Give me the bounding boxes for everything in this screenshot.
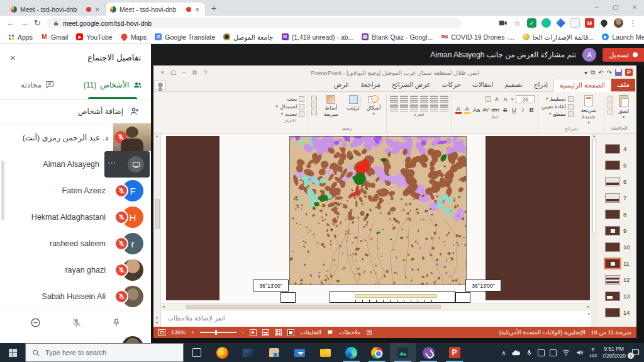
tray-hidden-icons-icon[interactable]: ∧: [501, 349, 506, 356]
bold-button[interactable]: B: [528, 106, 535, 113]
address-bar[interactable]: meet.google.com/tsd-hovi-dnb: [47, 18, 462, 28]
paragraph-tool-icon[interactable]: [410, 96, 418, 103]
taskbar-viber[interactable]: [416, 343, 441, 362]
section-button[interactable]: مقطع▾: [541, 111, 574, 117]
font-size-box[interactable]: 26: [516, 95, 535, 103]
ppt-restore-icon[interactable]: ▢: [168, 69, 179, 76]
ppt-tab-normal[interactable]: عرض: [328, 79, 355, 91]
start-button[interactable]: [0, 343, 25, 362]
slide-sorter-view-button[interactable]: [275, 329, 282, 336]
bookmark-item[interactable]: Maps: [121, 33, 147, 41]
left-vertical-scrollbar[interactable]: ▴ ▴ ▾: [153, 133, 161, 327]
action-center-button[interactable]: 1: [631, 348, 640, 358]
bookmark-item[interactable]: RMCOVID-19 Drones -...: [441, 33, 514, 41]
slide-thumbnail-row[interactable]: 11: [597, 257, 636, 270]
tab-people[interactable]: الأشخاص (11): [75, 71, 151, 99]
underline-button[interactable]: U: [511, 106, 517, 113]
bookmark-item[interactable]: Launch Meeting - Z...: [602, 33, 644, 41]
scrollbar-thumb[interactable]: [155, 199, 160, 229]
notes-pane[interactable]: انقر لإضافة ملاحظات ▾: [161, 310, 591, 327]
browser-menu-icon[interactable]: ⋮: [628, 18, 638, 28]
taskbar-chrome[interactable]: [364, 343, 390, 362]
reload-icon[interactable]: ↻: [34, 18, 41, 28]
ppt-tab-normal[interactable]: مراجعة: [355, 79, 386, 91]
paragraph-tool-icon[interactable]: [410, 105, 418, 111]
hscrollbar-thumb[interactable]: [186, 305, 441, 309]
panel-close-icon[interactable]: ×: [10, 52, 16, 63]
paste-button[interactable]: لصق ▾: [616, 94, 631, 120]
participant-row[interactable]: rayan ghazi: [0, 257, 151, 283]
clear-formatting-icon[interactable]: [486, 96, 491, 102]
taskbar-clock[interactable]: 9:51 PM 7/20/2020: [602, 346, 626, 359]
bookmark-item[interactable]: ▶YouTube: [76, 33, 112, 41]
help-icon[interactable]: ?: [200, 69, 211, 76]
undo-icon[interactable]: ↶: [598, 69, 603, 76]
notes-scroll-icon[interactable]: ▾: [587, 312, 590, 317]
tab-close-icon[interactable]: ×: [194, 6, 201, 13]
reading-view-button[interactable]: [262, 329, 269, 336]
participant-row[interactable]: د. عبد الرحمن رمزي (أنت): [0, 123, 151, 151]
remove-participant-icon[interactable]: [30, 317, 42, 329]
slide-thumbnail-row[interactable]: 13: [597, 290, 636, 303]
paragraph-tool-icon[interactable]: [440, 105, 448, 111]
bookmark-item[interactable]: GGoogle Translate: [155, 33, 215, 41]
maximize-icon[interactable]: ▢: [606, 4, 625, 11]
paragraph-tool-icon[interactable]: [420, 105, 428, 111]
extension-arrow-icon[interactable]: [556, 18, 565, 28]
arrange-button[interactable]: ترتيب: [345, 94, 361, 111]
participant-row[interactable]: ⋯Aiman Alsayegh: [0, 151, 151, 178]
slide-thumbnail-row[interactable]: 5: [597, 159, 636, 172]
taskbar-firefox[interactable]: [209, 343, 235, 362]
slide-thumbnail-row[interactable]: 6: [597, 175, 636, 188]
reset-button[interactable]: إعادة تعيين: [541, 103, 574, 110]
slide-thumbnail-row[interactable]: 8: [597, 208, 636, 221]
taskbar-app-blue[interactable]: [235, 343, 261, 362]
slide-thumbnail-row[interactable]: 9: [597, 224, 636, 237]
grow-font-icon[interactable]: A: [502, 96, 509, 103]
browser-tab[interactable]: Meet - tsd-hovi-dnb×: [6, 3, 106, 16]
taskbar-photos[interactable]: [390, 343, 416, 362]
taskbar-powerpoint[interactable]: P: [441, 343, 467, 362]
tab-capture-icon[interactable]: [498, 18, 508, 28]
copy-icon[interactable]: [608, 103, 613, 108]
paragraph-tool-icon[interactable]: [390, 96, 398, 103]
zoom-out-button[interactable]: -: [242, 329, 244, 336]
shape-fill-icon[interactable]: [311, 96, 317, 101]
zoom-slider[interactable]: [200, 332, 236, 333]
extension-pin-icon[interactable]: [599, 18, 609, 28]
participant-row[interactable]: HHekmat Aldaghastani: [0, 204, 151, 230]
shrink-font-icon[interactable]: A: [494, 96, 500, 102]
strikethrough-button[interactable]: S: [502, 106, 508, 113]
tray-onedrive-icon[interactable]: [511, 348, 521, 358]
layout-button[interactable]: تخطيط▾: [541, 96, 574, 102]
taskbar-task-view[interactable]: [184, 343, 209, 362]
participant-row[interactable]: rrasheed saleem: [0, 230, 151, 257]
quick-styles-button[interactable]: أنماط سريعة: [320, 94, 341, 118]
tray-microphone-icon[interactable]: [526, 349, 533, 356]
scroll-right-icon[interactable]: ▸: [587, 304, 590, 309]
zoom-level[interactable]: 136%: [171, 329, 186, 336]
taskbar-edge[interactable]: [338, 343, 364, 362]
notes-toggle[interactable]: ملاحظات: [339, 329, 360, 336]
taskbar-search[interactable]: Type here to search: [25, 343, 184, 362]
ppt-tab-selected[interactable]: الصفحة الرئيسية: [553, 79, 611, 92]
bookmark-item[interactable]: جامعة الموصل: [223, 33, 273, 41]
taskbar-explorer[interactable]: [313, 343, 338, 362]
thumbnail-scrollbar[interactable]: ▴: [591, 133, 597, 327]
language-bar[interactable]: E102: [589, 347, 597, 359]
fit-to-window-icon[interactable]: [158, 329, 165, 336]
extension-m-icon[interactable]: M: [585, 18, 594, 28]
replace-button[interactable]: استبدال▾: [275, 103, 304, 110]
bookmark-item[interactable]: ✉(1,419 unread) - ab...: [282, 33, 354, 41]
paragraph-tool-icon[interactable]: [440, 96, 448, 103]
tray-volume-icon[interactable]: [575, 348, 584, 357]
browser-tab[interactable]: Meet - tsd-hovi-dnb×: [106, 3, 205, 16]
close-icon[interactable]: ×: [625, 4, 644, 11]
ppt-tab-normal[interactable]: إدراج: [528, 79, 553, 91]
ppt-tab-normal[interactable]: تصميم: [499, 79, 528, 91]
tab-chat[interactable]: محادثة: [0, 71, 75, 99]
shapes-button[interactable]: أشكال ▾: [365, 94, 383, 117]
shadow-button[interactable]: abc: [491, 107, 499, 113]
extension-grammarly-icon[interactable]: [541, 18, 551, 28]
tray-network-icon[interactable]: [562, 348, 570, 357]
